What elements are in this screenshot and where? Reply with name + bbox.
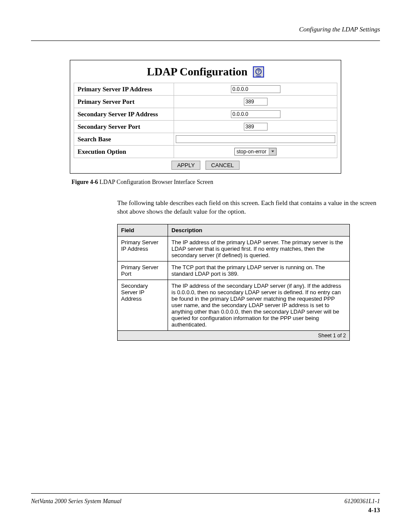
exec-option-value: stop-on-error xyxy=(235,148,269,155)
def-header-desc: Description xyxy=(168,224,350,236)
def-header-field: Field xyxy=(118,224,168,236)
header-section-title: Configuring the LDAP Settings xyxy=(299,26,380,33)
table-footer-row: Sheet 1 of 2 xyxy=(118,330,350,340)
page-header: Configuring the LDAP Settings xyxy=(31,22,380,41)
config-table: Primary Server IP Address Primary Server… xyxy=(74,83,337,158)
search-base-input[interactable] xyxy=(176,135,335,143)
def-desc-0: The IP address of the primary LDAP serve… xyxy=(168,236,350,261)
def-desc-2: The IP address of the secondary LDAP ser… xyxy=(168,280,350,330)
figure-label: Figure 4-6 xyxy=(72,179,98,185)
exec-option-label: Execution Option xyxy=(74,146,174,158)
def-desc-1: The TCP port that the primary LDAP serve… xyxy=(168,261,350,280)
table-row: Primary Server Port The TCP port that th… xyxy=(118,261,350,280)
secondary-ip-label: Secondary Server IP Address xyxy=(74,108,174,121)
def-field-0: Primary Server IP Address xyxy=(118,236,168,261)
panel-title: LDAP Configuration xyxy=(147,65,247,78)
svg-text:?: ? xyxy=(257,69,260,74)
footer-left: NetVanta 2000 Series System Manual xyxy=(31,498,121,505)
search-base-label: Search Base xyxy=(74,133,174,146)
secondary-port-input[interactable] xyxy=(244,123,268,131)
chevron-down-icon xyxy=(269,148,276,155)
secondary-ip-input[interactable] xyxy=(231,110,280,118)
ldap-config-panel: LDAP Configuration ? Help Primary Server… xyxy=(70,60,341,174)
exec-option-select[interactable]: stop-on-error xyxy=(234,148,277,156)
page-footer: NetVanta 2000 Series System Manual 61200… xyxy=(31,493,380,514)
table-row: Secondary Server IP Address The IP addre… xyxy=(118,280,350,330)
sheet-indicator: Sheet 1 of 2 xyxy=(118,330,350,340)
secondary-port-label: Secondary Server Port xyxy=(74,121,174,133)
def-field-2: Secondary Server IP Address xyxy=(118,280,168,330)
body-paragraph: The following table describes each field… xyxy=(31,199,380,216)
definition-table: Field Description Primary Server IP Addr… xyxy=(117,224,350,341)
figure-caption: Figure 4-6 LDAP Configuration Browser In… xyxy=(31,179,380,186)
primary-ip-label: Primary Server IP Address xyxy=(74,83,174,96)
apply-button[interactable]: APPLY xyxy=(171,161,200,170)
svg-marker-3 xyxy=(271,150,274,152)
help-icon[interactable]: ? Help xyxy=(253,66,264,78)
footer-page-number: 4-13 xyxy=(345,507,380,514)
primary-port-label: Primary Server Port xyxy=(74,96,174,108)
footer-doc-number: 61200361L1-1 xyxy=(345,498,380,505)
cancel-button[interactable]: CANCEL xyxy=(206,161,240,170)
svg-text:Help: Help xyxy=(256,75,261,77)
table-row: Primary Server IP Address The IP address… xyxy=(118,236,350,261)
def-field-1: Primary Server Port xyxy=(118,261,168,280)
primary-port-input[interactable] xyxy=(244,98,268,106)
primary-ip-input[interactable] xyxy=(231,85,280,93)
figure-text: LDAP Configuration Browser Interface Scr… xyxy=(100,179,213,185)
